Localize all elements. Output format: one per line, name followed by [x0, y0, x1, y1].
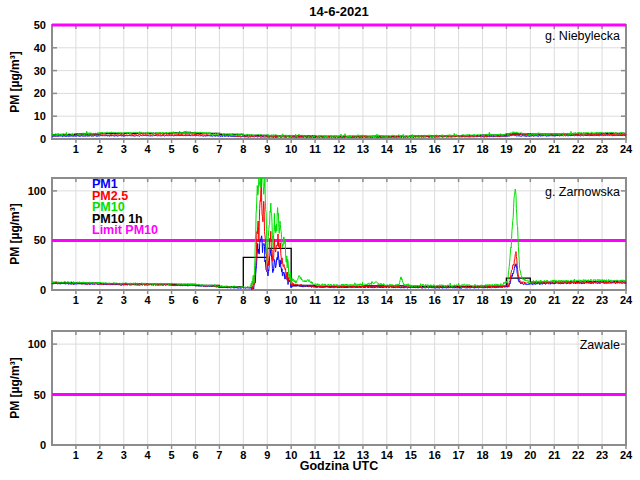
- x-tick-label: 16: [429, 143, 441, 155]
- y-axis-label-top: PM [µg/m³]: [8, 32, 24, 132]
- x-tick-label: 4: [145, 294, 152, 306]
- x-tick-label: 17: [452, 143, 464, 155]
- x-tick-label: 2: [97, 143, 103, 155]
- x-tick-label: 16: [429, 294, 441, 306]
- y-axis-label-bottom: PM [µg/m³]: [8, 338, 24, 438]
- y-tick-label: 0: [40, 284, 46, 296]
- x-tick-label: 24: [620, 143, 633, 155]
- x-tick-label: 2: [97, 294, 103, 306]
- legend-item-limit-pm10: Limit PM10: [92, 225, 232, 237]
- x-tick-label: 23: [596, 294, 608, 306]
- y-tick-label: 50: [34, 19, 46, 31]
- x-tick-label: 20: [524, 294, 536, 306]
- x-tick-label: 5: [169, 294, 175, 306]
- station-label-zarnowska: g. Zarnowska: [420, 185, 620, 199]
- x-tick-label: 22: [572, 143, 584, 155]
- x-tick-label: 3: [121, 143, 127, 155]
- x-tick-label: 15: [405, 143, 417, 155]
- legend: PM1 PM2.5 PM10 PM10 1h Limit PM10: [92, 179, 232, 237]
- x-tick-label: 17: [452, 294, 464, 306]
- y-tick-label: 100: [28, 185, 46, 197]
- x-tick-label: 8: [240, 294, 246, 306]
- x-tick-label: 15: [405, 294, 417, 306]
- plot-canvas: 1234567891011121314151617181920212223240…: [0, 0, 640, 480]
- y-axis-label-middle: PM [µg/m³]: [8, 184, 24, 284]
- x-tick-label: 23: [596, 143, 608, 155]
- x-tick-label: 13: [357, 143, 369, 155]
- x-tick-label: 22: [572, 294, 584, 306]
- x-tick-label: 7: [216, 294, 222, 306]
- x-tick-label: 19: [500, 294, 512, 306]
- y-tick-label: 40: [34, 42, 46, 54]
- figure: 1234567891011121314151617181920212223240…: [0, 0, 640, 480]
- x-tick-label: 14: [381, 294, 394, 306]
- x-tick-label: 11: [309, 294, 321, 306]
- y-tick-label: 100: [28, 338, 46, 350]
- x-tick-label: 3: [121, 294, 127, 306]
- figure-title: 14-6-2021: [39, 4, 639, 19]
- x-tick-label: 9: [264, 143, 270, 155]
- x-tick-label: 5: [169, 143, 175, 155]
- x-tick-label: 19: [500, 143, 512, 155]
- y-tick-label: 20: [34, 87, 46, 99]
- y-tick-label: 0: [40, 439, 46, 451]
- x-tick-label: 4: [145, 143, 152, 155]
- x-tick-label: 11: [309, 143, 321, 155]
- x-tick-label: 8: [240, 143, 246, 155]
- x-tick-label: 1: [73, 294, 79, 306]
- x-tick-label: 9: [264, 294, 270, 306]
- station-label-niebylecka: g. Niebylecka: [420, 29, 620, 43]
- x-tick-label: 7: [216, 143, 222, 155]
- x-tick-label: 12: [333, 294, 345, 306]
- y-tick-label: 0: [40, 133, 46, 145]
- y-tick-label: 30: [34, 65, 46, 77]
- station-label-zawale: Zawale: [420, 338, 620, 352]
- x-tick-label: 24: [620, 294, 633, 306]
- x-tick-label: 14: [381, 143, 394, 155]
- x-tick-label: 10: [285, 294, 297, 306]
- x-tick-label: 13: [357, 294, 369, 306]
- y-tick-label: 50: [34, 389, 46, 401]
- x-tick-label: 21: [548, 143, 560, 155]
- x-tick-label: 1: [73, 143, 79, 155]
- x-tick-label: 18: [476, 143, 488, 155]
- x-tick-label: 10: [285, 143, 297, 155]
- x-axis-label: Godzina UTC: [39, 459, 639, 473]
- x-tick-label: 12: [333, 143, 345, 155]
- y-tick-label: 50: [34, 234, 46, 246]
- x-tick-label: 6: [192, 143, 198, 155]
- x-tick-label: 21: [548, 294, 560, 306]
- x-tick-label: 18: [476, 294, 488, 306]
- y-tick-label: 10: [34, 110, 46, 122]
- x-tick-label: 6: [192, 294, 198, 306]
- x-tick-label: 20: [524, 143, 536, 155]
